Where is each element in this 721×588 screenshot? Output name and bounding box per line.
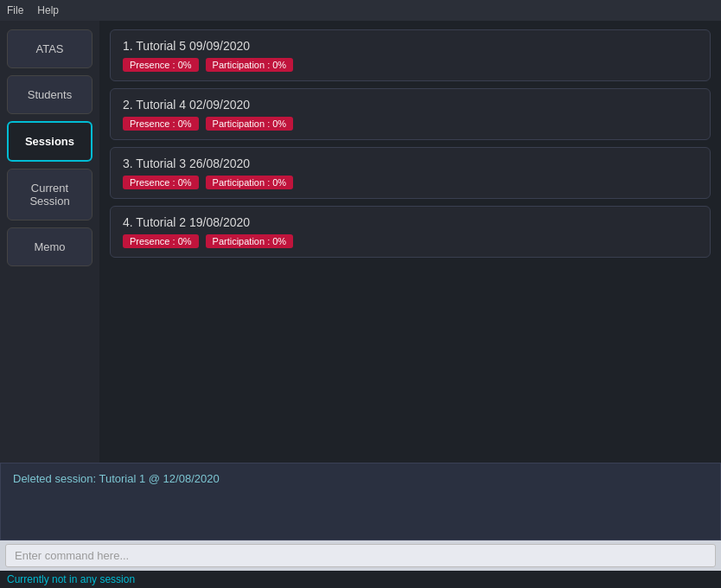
status-text: Currently not in any session xyxy=(7,573,135,585)
session-title-3: 3. Tutorial 3 26/08/2020 xyxy=(123,157,698,170)
session-title-4: 4. Tutorial 2 19/08/2020 xyxy=(123,215,698,229)
sidebar-btn-current-session[interactable]: Current Session xyxy=(7,169,93,220)
presence-badge-4: Presence : 0% xyxy=(123,234,199,248)
session-badges-1: Presence : 0%Participation : 0% xyxy=(123,58,698,72)
menu-file[interactable]: File xyxy=(7,4,23,16)
log-panel: Deleted session: Tutorial 1 @ 12/08/2020 xyxy=(0,463,721,540)
main-layout: ATASStudentsSessionsCurrent SessionMemo … xyxy=(0,21,721,463)
session-card-4[interactable]: 4. Tutorial 2 19/08/2020Presence : 0%Par… xyxy=(110,206,711,258)
participation-badge-2: Participation : 0% xyxy=(206,117,294,131)
session-card-3[interactable]: 3. Tutorial 3 26/08/2020Presence : 0%Par… xyxy=(110,147,711,199)
presence-badge-3: Presence : 0% xyxy=(123,176,199,189)
bottom-area: Deleted session: Tutorial 1 @ 12/08/2020… xyxy=(0,463,721,588)
content-area: 1. Tutorial 5 09/09/2020Presence : 0%Par… xyxy=(99,21,721,463)
sidebar-btn-students[interactable]: Students xyxy=(7,75,93,114)
participation-badge-1: Participation : 0% xyxy=(206,58,294,72)
participation-badge-3: Participation : 0% xyxy=(206,176,294,189)
command-input-wrapper xyxy=(0,540,721,571)
status-bar: Currently not in any session xyxy=(0,571,721,588)
sidebar-btn-memo[interactable]: Memo xyxy=(7,227,93,266)
session-title-1: 1. Tutorial 5 09/09/2020 xyxy=(123,39,698,53)
log-message: Deleted session: Tutorial 1 @ 12/08/2020 xyxy=(13,472,220,485)
participation-badge-4: Participation : 0% xyxy=(206,234,294,248)
session-card-1[interactable]: 1. Tutorial 5 09/09/2020Presence : 0%Par… xyxy=(110,29,711,81)
session-badges-4: Presence : 0%Participation : 0% xyxy=(123,234,698,248)
sidebar: ATASStudentsSessionsCurrent SessionMemo xyxy=(0,21,99,463)
menubar: File Help xyxy=(0,0,721,21)
session-badges-3: Presence : 0%Participation : 0% xyxy=(123,176,698,189)
menu-help[interactable]: Help xyxy=(37,4,59,16)
sidebar-btn-atas[interactable]: ATAS xyxy=(7,29,93,68)
session-title-2: 2. Tutorial 4 02/09/2020 xyxy=(123,98,698,112)
presence-badge-1: Presence : 0% xyxy=(123,58,199,72)
session-card-2[interactable]: 2. Tutorial 4 02/09/2020Presence : 0%Par… xyxy=(110,88,711,140)
presence-badge-2: Presence : 0% xyxy=(123,117,199,131)
session-badges-2: Presence : 0%Participation : 0% xyxy=(123,117,698,131)
sidebar-btn-sessions[interactable]: Sessions xyxy=(7,121,93,162)
command-input[interactable] xyxy=(5,544,716,567)
